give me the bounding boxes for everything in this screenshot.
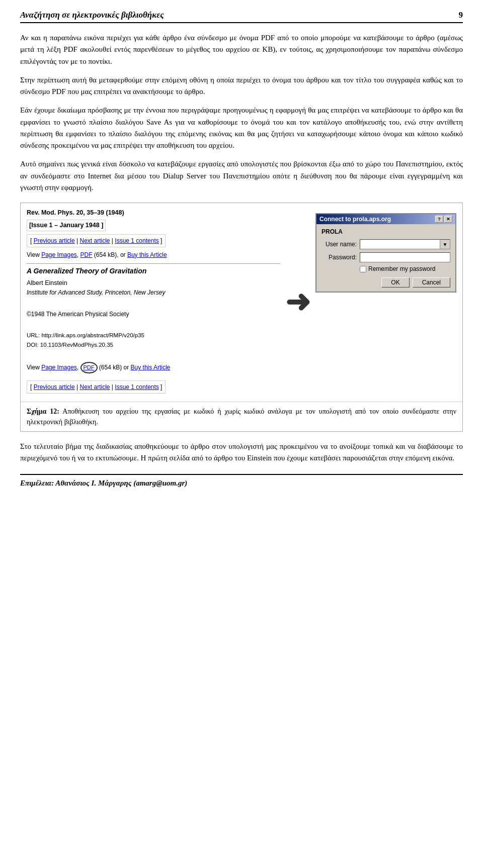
remember-password-label: Remember my password: [368, 265, 435, 272]
page-footer: Επιμέλεια: Αθανάσιος Ι. Μάργαρης (amarg@…: [20, 474, 463, 488]
author-name: Albert Einstein: [27, 278, 280, 288]
article-title: A Generalized Theory of Gravitation: [27, 266, 280, 276]
page-number: 9: [459, 10, 463, 20]
previous-article-link-top[interactable]: Previous article: [34, 237, 75, 244]
paragraph-1: Αν και η παραπάνω εικόνα περιέχει για κά…: [20, 32, 463, 67]
view-line-bottom: View Page Images, PDF (654 kB) or Buy th…: [27, 362, 280, 373]
cancel-button[interactable]: Cancel: [413, 277, 450, 287]
page-title: Αναζήτηση σε ηλεκτρονικές βιβλιοθήκες: [20, 10, 164, 20]
dialog-close-button[interactable]: ✕: [444, 216, 452, 223]
issue-contents-link-top[interactable]: Issue 1 contents: [115, 237, 158, 244]
titlebar-buttons: ? ✕: [435, 216, 452, 223]
dialog-help-button[interactable]: ?: [435, 216, 443, 223]
login-dialog: Connect to prola.aps.org ? ✕ PROLA User …: [315, 213, 456, 293]
password-input[interactable]: [360, 252, 450, 262]
nav-links-top: [ Previous article | Next article | Issu…: [27, 234, 166, 247]
paragraph-2: Στην περίπτωση αυτή θα μεταφερθούμε στην…: [20, 74, 463, 98]
buy-article-link-bottom[interactable]: Buy this Article: [131, 364, 171, 371]
caption-label: Σχήμα 12:: [27, 408, 59, 415]
next-article-link-bottom[interactable]: Next article: [80, 383, 110, 391]
issue-contents-link-bottom[interactable]: Issue 1 contents: [115, 383, 158, 391]
paragraph-3: Εάν έχουμε δικαίωμα πρόσβασης με την ένν…: [20, 105, 463, 151]
journal-ref: Rev. Mod. Phys. 20, 35–39 (1948): [27, 208, 280, 218]
affiliation: Institute for Advanced Study, Princeton,…: [27, 288, 280, 297]
dialog-app-name: PROLA: [321, 228, 450, 235]
page-header: Αναζήτηση σε ηλεκτρονικές βιβλιοθήκες 9: [20, 10, 463, 23]
username-label: User name:: [321, 241, 357, 248]
nav-links-bottom: [ Previous article | Next article | Issu…: [27, 380, 166, 394]
password-label: Password:: [321, 254, 357, 261]
ok-button[interactable]: OK: [381, 277, 409, 287]
doi-line: DOI: 10.1103/RevModPhys.20.35: [27, 341, 280, 349]
figure-12: Rev. Mod. Phys. 20, 35–39 (1948) [Issue …: [20, 203, 463, 432]
next-article-link-top[interactable]: Next article: [80, 237, 110, 244]
page-images-link-bottom[interactable]: Page Images: [41, 364, 77, 371]
pdf-link-top[interactable]: PDF: [80, 251, 93, 258]
username-input[interactable]: [360, 240, 440, 249]
username-dropdown-button[interactable]: ▼: [440, 240, 450, 249]
remember-password-row: Remember my password: [360, 265, 450, 272]
dialog-title: Connect to prola.aps.org: [319, 216, 391, 223]
url-line: URL: http://link.aps.org/abstract/RMP/v2…: [27, 331, 280, 340]
issue-label: [Issue 1 – January 1948 ]: [27, 220, 106, 231]
password-field: Password:: [321, 252, 450, 262]
paragraph-4: Αυτό σημαίνει πως γενικά είναι δύσκολο ν…: [20, 158, 463, 194]
arrow-container: ➜: [285, 208, 310, 397]
previous-article-link-bottom[interactable]: Previous article: [34, 383, 75, 391]
username-field: User name: ▼: [321, 239, 450, 249]
buy-article-link-top[interactable]: Buy this Article: [127, 251, 167, 258]
username-input-container[interactable]: ▼: [360, 239, 450, 249]
pdf-circle-link[interactable]: PDF: [80, 362, 98, 373]
footer-text: Επιμέλεια: Αθανάσιος Ι. Μάργαρης (amarg@…: [20, 479, 187, 487]
caption-text: Αποθήκευση του αρχείου της εργασίας με κ…: [27, 408, 456, 426]
dialog-buttons: OK Cancel: [321, 277, 450, 287]
dialog-content: PROLA User name: ▼ Password:: [316, 224, 455, 292]
arrow-icon: ➜: [285, 287, 310, 317]
page-images-link-top[interactable]: Page Images: [41, 251, 77, 258]
dialog-titlebar: Connect to prola.aps.org ? ✕: [316, 214, 455, 224]
remember-password-checkbox[interactable]: [360, 266, 366, 272]
copyright: ©1948 The American Physical Society: [27, 310, 280, 319]
view-line-top: View Page Images, PDF (654 kB), or Buy t…: [27, 250, 280, 259]
figure-caption: Σχήμα 12: Αποθήκευση του αρχείου της εργ…: [21, 402, 462, 431]
paragraph-after-figure: Στο τελευταίο βήμα της διαδικασίας αποθη…: [20, 441, 463, 464]
article-panel: Rev. Mod. Phys. 20, 35–39 (1948) [Issue …: [27, 208, 280, 397]
